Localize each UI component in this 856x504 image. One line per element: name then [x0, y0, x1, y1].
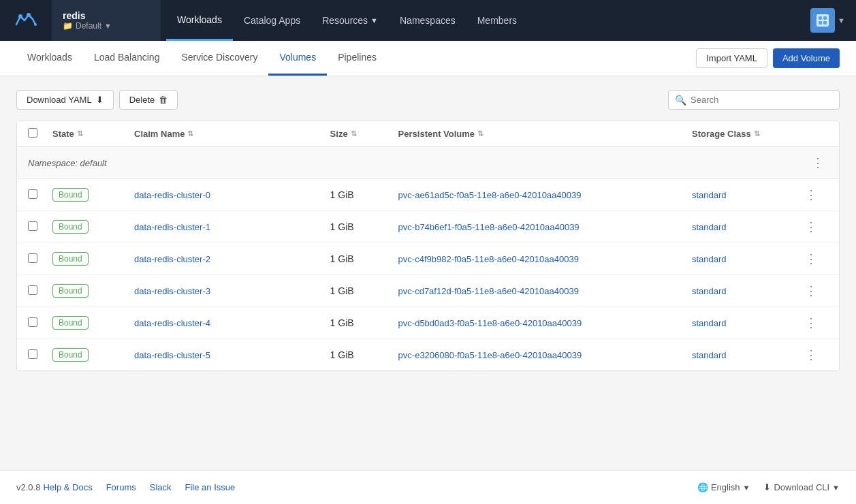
header-checkbox-col [28, 128, 52, 140]
row-0-actions-button[interactable]: ⋮ [801, 186, 821, 204]
top-navigation: redis 📁 Default ▼ Workloads Catalog Apps… [0, 0, 856, 41]
language-label: English [711, 482, 740, 492]
size-value: 1 GiB [330, 317, 354, 328]
download-icon: ⬇ [96, 95, 104, 105]
folder-icon: 📁 [63, 21, 73, 31]
pv-link[interactable]: pvc-cd7af12d-f0a5-11e8-a6e0-42010aa40039 [398, 286, 579, 296]
footer-link-file-issue[interactable]: File an Issue [185, 482, 236, 492]
row-2-actions-button[interactable]: ⋮ [801, 250, 821, 268]
namespace-label: Namespace: default [28, 158, 107, 168]
storage-class-value[interactable]: standard [692, 350, 727, 360]
storage-class-value[interactable]: standard [692, 222, 727, 232]
row-1-actions-button[interactable]: ⋮ [801, 218, 821, 236]
status-badge: Bound [52, 220, 89, 234]
header-storage-class[interactable]: Storage Class ⇅ [692, 129, 801, 139]
row-3-actions-button[interactable]: ⋮ [801, 282, 821, 300]
svg-rect-8 [823, 21, 827, 25]
claim-name-link[interactable]: data-redis-cluster-2 [134, 254, 210, 264]
claim-name-link[interactable]: data-redis-cluster-5 [134, 350, 210, 360]
claim-name-link[interactable]: data-redis-cluster-0 [134, 190, 210, 200]
row-3-checkbox[interactable] [28, 285, 37, 295]
pv-link[interactable]: pvc-c4f9b982-f0a5-11e8-a6e0-42010aa40039 [398, 254, 579, 264]
pv-link[interactable]: pvc-d5bd0ad3-f0a5-11e8-a6e0-42010aa40039 [398, 318, 582, 328]
tab-pipelines[interactable]: Pipelines [327, 41, 387, 76]
sc-sort-icon: ⇅ [754, 129, 760, 138]
row-5-checkbox[interactable] [28, 349, 37, 359]
nav-links: Workloads Catalog Apps Resources ▼ Names… [161, 0, 810, 41]
svg-point-1 [18, 14, 22, 18]
status-badge: Bound [52, 348, 89, 362]
footer-right: 🌐 English ▼ ⬇ Download CLI ▼ [697, 482, 840, 492]
claim-name-link[interactable]: data-redis-cluster-3 [134, 286, 210, 296]
nav-link-members[interactable]: Members [466, 0, 528, 41]
storage-class-value[interactable]: standard [692, 318, 727, 328]
table-row: Bound data-redis-cluster-1 1 GiB pvc-b74… [17, 211, 839, 243]
tab-volumes[interactable]: Volumes [268, 41, 327, 76]
select-all-checkbox[interactable] [28, 128, 37, 138]
volumes-table: State ⇅ Claim Name ⇅ Size ⇅ Persistent V… [16, 121, 840, 371]
project-chevron-icon: ▼ [104, 22, 112, 30]
nav-link-namespaces[interactable]: Namespaces [389, 0, 466, 41]
download-yaml-button[interactable]: Download YAML ⬇ [16, 90, 114, 110]
storage-class-value[interactable]: standard [692, 254, 727, 264]
language-chevron-icon: ▼ [743, 484, 750, 492]
download-cli-label: Download CLI [774, 482, 829, 492]
pv-link[interactable]: pvc-e3206080-f0a5-11e8-a6e0-42010aa40039 [398, 350, 582, 360]
row-4-actions-button[interactable]: ⋮ [801, 314, 821, 332]
import-yaml-button[interactable]: Import YAML [696, 48, 767, 68]
download-cli-button[interactable]: ⬇ Download CLI ▼ [763, 482, 840, 492]
namespace-actions-button[interactable]: ⋮ [808, 154, 828, 172]
header-claim-name[interactable]: Claim Name ⇅ [134, 129, 330, 139]
footer-link-help-docs[interactable]: Help & Docs [43, 482, 92, 492]
project-name: redis [63, 10, 112, 21]
pv-link[interactable]: pvc-b74b6ef1-f0a5-11e8-a6e0-42010aa40039 [398, 222, 580, 232]
tab-workloads[interactable]: Workloads [16, 41, 83, 76]
resources-chevron-icon: ▼ [370, 16, 378, 25]
claim-name-link[interactable]: data-redis-cluster-4 [134, 318, 210, 328]
tab-service-discovery[interactable]: Service Discovery [170, 41, 268, 76]
row-4-checkbox[interactable] [28, 317, 37, 327]
size-value: 1 GiB [330, 285, 354, 296]
storage-class-value[interactable]: standard [692, 190, 727, 200]
logo-area [0, 0, 52, 41]
main-content: Download YAML ⬇ Delete 🗑 🔍 State ⇅ Claim… [0, 76, 856, 470]
add-volume-button[interactable]: Add Volume [773, 48, 840, 68]
tab-load-balancing[interactable]: Load Balancing [83, 41, 171, 76]
project-sub: 📁 Default ▼ [63, 21, 112, 31]
row-0-checkbox[interactable] [28, 189, 37, 199]
trash-icon: 🗑 [159, 95, 168, 105]
svg-point-3 [34, 23, 37, 26]
svg-rect-0 [11, 5, 41, 35]
svg-rect-4 [817, 14, 829, 27]
nav-link-workloads[interactable]: Workloads [166, 0, 233, 41]
pv-link[interactable]: pvc-ae61ad5c-f0a5-11e8-a6e0-42010aa40039 [398, 190, 582, 200]
table-row: Bound data-redis-cluster-2 1 GiB pvc-c4f… [17, 243, 839, 275]
footer-link-forums[interactable]: Forums [106, 482, 136, 492]
row-1-checkbox[interactable] [28, 221, 37, 231]
version-label: v2.0.8 [16, 482, 40, 492]
table-header: State ⇅ Claim Name ⇅ Size ⇅ Persistent V… [17, 121, 839, 147]
row-5-actions-button[interactable]: ⋮ [801, 346, 821, 364]
nav-link-resources[interactable]: Resources ▼ [311, 0, 389, 41]
user-avatar[interactable] [810, 8, 835, 33]
sub-navigation: Workloads Load Balancing Service Discove… [0, 41, 856, 76]
search-input[interactable] [668, 90, 840, 110]
storage-class-value[interactable]: standard [692, 286, 727, 296]
toolbar: Download YAML ⬇ Delete 🗑 🔍 [16, 90, 840, 110]
footer-link-slack[interactable]: Slack [150, 482, 172, 492]
namespace-row: Namespace: default ⋮ [17, 147, 839, 179]
svg-rect-6 [823, 16, 827, 20]
download-cli-icon: ⬇ [763, 482, 771, 492]
language-selector[interactable]: 🌐 English ▼ [697, 482, 750, 492]
delete-button[interactable]: Delete 🗑 [119, 90, 178, 110]
header-state[interactable]: State ⇅ [52, 129, 134, 139]
row-2-checkbox[interactable] [28, 253, 37, 263]
claim-sort-icon: ⇅ [187, 129, 193, 138]
svg-rect-5 [819, 16, 822, 20]
header-size[interactable]: Size ⇅ [330, 129, 398, 139]
header-persistent-volume[interactable]: Persistent Volume ⇅ [398, 129, 692, 139]
claim-name-link[interactable]: data-redis-cluster-1 [134, 222, 210, 232]
status-badge: Bound [52, 188, 89, 202]
project-selector[interactable]: redis 📁 Default ▼ [52, 0, 161, 41]
nav-link-catalog-apps[interactable]: Catalog Apps [233, 0, 311, 41]
